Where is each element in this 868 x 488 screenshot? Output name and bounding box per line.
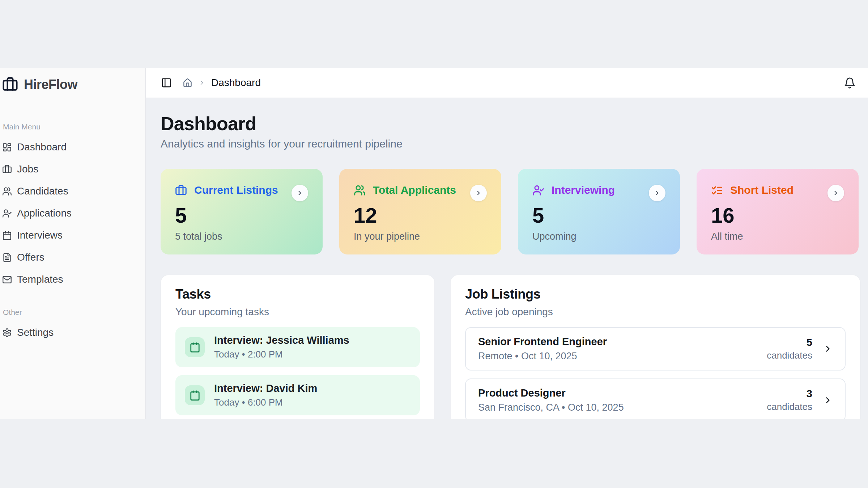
job-row[interactable]: Product Designer San Francisco, CA • Oct… bbox=[465, 378, 846, 419]
chevron-right-icon bbox=[198, 79, 205, 86]
stat-card-title: Short Listed bbox=[730, 184, 793, 196]
task-row[interactable]: Interview: Jessica Williams Today • 2:00… bbox=[175, 327, 420, 367]
stat-card-total-applicants[interactable]: Total Applicants 12 In your pipeline bbox=[339, 169, 501, 254]
page-content: Dashboard Analytics and insights for you… bbox=[146, 98, 868, 419]
tasks-title: Tasks bbox=[175, 287, 420, 302]
sidebar-item-label: Interviews bbox=[17, 230, 63, 241]
sidebar-section-label-other: Other bbox=[3, 308, 140, 317]
sidebar-item-label: Templates bbox=[17, 274, 63, 285]
briefcase-icon bbox=[175, 184, 187, 196]
job-text: Product Designer San Francisco, CA • Oct… bbox=[478, 387, 624, 413]
stat-card-value: 12 bbox=[354, 205, 487, 226]
page-subtitle: Analytics and insights for your recruitm… bbox=[161, 138, 859, 150]
panel-left-icon[interactable] bbox=[161, 77, 172, 88]
stats-grid: Current Listings 5 5 total jobs Total Ap… bbox=[161, 169, 859, 254]
chevron-right-button[interactable] bbox=[470, 185, 487, 201]
job-listings-title: Job Listings bbox=[465, 287, 846, 302]
sidebar-nav-other: Settings bbox=[2, 325, 140, 341]
stat-card-caption: All time bbox=[711, 231, 844, 242]
home-icon[interactable] bbox=[183, 78, 192, 88]
sidebar-nav-main: Dashboard Jobs Candidates Applications bbox=[2, 139, 140, 287]
task-title: Interview: David Kim bbox=[214, 382, 317, 394]
app-logo: HireFlow bbox=[2, 76, 140, 93]
app-window: HireFlow Main Menu Dashboard Jobs Candi bbox=[0, 68, 868, 419]
chevron-right-icon[interactable] bbox=[823, 344, 833, 354]
sidebar-item-label: Candidates bbox=[17, 185, 68, 197]
chevron-right-button[interactable] bbox=[292, 185, 308, 201]
stat-card-caption: Upcoming bbox=[532, 231, 665, 242]
sidebar-section-label-main-menu: Main Menu bbox=[3, 122, 140, 131]
task-row[interactable]: Interview: David Kim Today • 6:00 PM bbox=[175, 375, 420, 415]
stat-card-caption: 5 total jobs bbox=[175, 231, 308, 242]
users-icon bbox=[2, 187, 12, 196]
stat-card-value: 5 bbox=[532, 205, 665, 226]
user-check-icon bbox=[532, 184, 544, 196]
briefcase-icon bbox=[2, 164, 12, 174]
sidebar-item-applications[interactable]: Applications bbox=[2, 205, 140, 221]
sidebar-item-label: Jobs bbox=[17, 163, 38, 175]
breadcrumb-current: Dashboard bbox=[211, 77, 261, 89]
list-checks-icon bbox=[711, 184, 723, 196]
job-candidate-label: candidates bbox=[767, 401, 812, 412]
bottom-panels: Tasks Your upcoming tasks Interview: Jes… bbox=[161, 275, 859, 419]
sidebar-item-label: Settings bbox=[17, 327, 54, 338]
stat-card-title: Total Applicants bbox=[373, 184, 456, 196]
stat-card-interviewing[interactable]: Interviewing 5 Upcoming bbox=[518, 169, 680, 254]
stat-card-title: Interviewing bbox=[552, 184, 615, 196]
job-title: Senior Frontend Engineer bbox=[478, 336, 607, 348]
sidebar-item-jobs[interactable]: Jobs bbox=[2, 161, 140, 177]
sidebar-item-offers[interactable]: Offers bbox=[2, 249, 140, 265]
chevron-right-button[interactable] bbox=[649, 185, 665, 201]
dashboard-icon bbox=[2, 142, 12, 152]
top-bar: Dashboard bbox=[146, 68, 868, 98]
sidebar-item-label: Dashboard bbox=[17, 141, 67, 153]
sidebar: HireFlow Main Menu Dashboard Jobs Candi bbox=[0, 68, 146, 419]
task-time: Today • 2:00 PM bbox=[214, 349, 349, 360]
bell-icon[interactable] bbox=[844, 77, 856, 89]
tasks-subtitle: Your upcoming tasks bbox=[175, 306, 420, 318]
stat-card-value: 16 bbox=[711, 205, 844, 226]
sidebar-item-templates[interactable]: Templates bbox=[2, 271, 140, 287]
sidebar-item-settings[interactable]: Settings bbox=[2, 325, 140, 341]
job-count-block: 3 candidates bbox=[767, 388, 812, 412]
main-area: Dashboard Dashboard Analytics and insigh… bbox=[146, 68, 868, 419]
stat-card-value: 5 bbox=[175, 205, 308, 226]
gear-icon bbox=[2, 328, 12, 338]
stat-card-current-listings[interactable]: Current Listings 5 5 total jobs bbox=[161, 169, 323, 254]
stat-card-caption: In your pipeline bbox=[354, 231, 487, 242]
job-listings-subtitle: Active job openings bbox=[465, 306, 846, 318]
task-time: Today • 6:00 PM bbox=[214, 397, 317, 408]
calendar-icon bbox=[2, 231, 12, 240]
job-candidate-count: 3 bbox=[767, 388, 812, 400]
job-candidate-label: candidates bbox=[767, 350, 812, 361]
job-row[interactable]: Senior Frontend Engineer Remote • Oct 10… bbox=[465, 327, 846, 371]
sidebar-item-interviews[interactable]: Interviews bbox=[2, 227, 140, 243]
task-text: Interview: Jessica Williams Today • 2:00… bbox=[214, 334, 349, 360]
job-listings-panel: Job Listings Active job openings Senior … bbox=[450, 275, 860, 419]
stat-card-header: Short Listed bbox=[711, 184, 844, 196]
job-text: Senior Frontend Engineer Remote • Oct 10… bbox=[478, 336, 607, 362]
stat-card-header: Current Listings bbox=[175, 184, 308, 196]
app-name: HireFlow bbox=[24, 77, 77, 92]
stat-card-short-listed[interactable]: Short Listed 16 All time bbox=[697, 169, 859, 254]
page-title: Dashboard bbox=[161, 114, 859, 134]
job-count-block: 5 candidates bbox=[767, 337, 812, 361]
file-text-icon bbox=[2, 253, 12, 262]
job-row-right: 5 candidates bbox=[767, 337, 833, 361]
stat-card-title: Current Listings bbox=[194, 184, 278, 196]
mail-icon bbox=[2, 275, 12, 284]
task-text: Interview: David Kim Today • 6:00 PM bbox=[214, 382, 317, 408]
chevron-right-button[interactable] bbox=[827, 185, 844, 201]
stat-card-header: Total Applicants bbox=[354, 184, 487, 196]
user-check-icon bbox=[2, 209, 12, 218]
sidebar-item-candidates[interactable]: Candidates bbox=[2, 183, 140, 199]
job-row-right: 3 candidates bbox=[767, 388, 833, 412]
task-title: Interview: Jessica Williams bbox=[214, 334, 349, 346]
stat-card-header: Interviewing bbox=[532, 184, 665, 196]
sidebar-item-dashboard[interactable]: Dashboard bbox=[2, 139, 140, 155]
job-meta: San Francisco, CA • Oct 10, 2025 bbox=[478, 402, 624, 413]
tasks-panel: Tasks Your upcoming tasks Interview: Jes… bbox=[161, 275, 435, 419]
chevron-right-icon[interactable] bbox=[823, 395, 833, 405]
briefcase-logo-icon bbox=[2, 77, 18, 93]
breadcrumb: Dashboard bbox=[183, 77, 261, 89]
